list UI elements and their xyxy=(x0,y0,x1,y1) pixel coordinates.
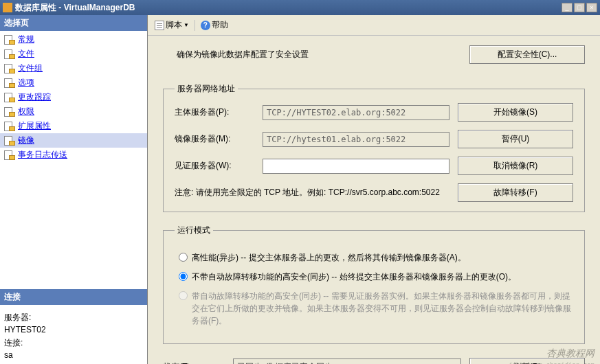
configure-security-button[interactable]: 配置安全性(C)... xyxy=(469,45,585,64)
status-value: 已同步: 数据库已完全同步 xyxy=(233,359,461,364)
mode-auto-failover-radio xyxy=(179,291,188,300)
mode-fieldset: 运行模式 高性能(异步) -- 提交主体服务器上的更改，然后将其传输到镜像服务器… xyxy=(163,225,585,344)
mode-high-perf-row[interactable]: 高性能(异步) -- 提交主体服务器上的更改，然后将其传输到镜像服务器(A)。 xyxy=(175,251,573,264)
close-button[interactable]: × xyxy=(586,3,597,12)
help-icon: ? xyxy=(201,21,210,30)
script-button[interactable]: 脚本 ▼ xyxy=(153,18,190,32)
page-icon xyxy=(4,64,15,73)
mode-legend: 运行模式 xyxy=(175,225,213,236)
sidebar-item-logshipping[interactable]: 事务日志传送 xyxy=(0,148,147,162)
refresh-button[interactable]: 刷新(R) xyxy=(469,358,585,364)
page-icon xyxy=(4,136,15,146)
sidebar-item-general[interactable]: 常规 xyxy=(0,32,147,47)
cancel-mirror-button[interactable]: 取消镜像(R) xyxy=(458,157,573,175)
status-label: 状态(T): xyxy=(163,361,225,364)
mirror-label: 镜像服务器(M): xyxy=(175,133,254,145)
sidebar-item-extended[interactable]: 扩展属性 xyxy=(0,119,147,133)
mode-no-failover-label: 不带自动故障转移功能的高安全(同步) -- 始终提交主体服务器和镜像服务器上的更… xyxy=(192,271,573,283)
witness-label: 见证服务器(W): xyxy=(175,160,254,172)
security-note: 确保为镜像此数据库配置了安全设置 xyxy=(177,49,309,60)
page-icon xyxy=(4,49,15,59)
mode-auto-failover-label: 带自动故障转移功能的高安全(同步) -- 需要见证服务器实例。如果主体服务器和镜… xyxy=(192,290,573,327)
network-fieldset: 服务器网络地址 主体服务器(P): 开始镜像(S) 镜像服务器(M): 暂停(U… xyxy=(163,83,585,212)
mode-no-failover-radio[interactable] xyxy=(179,272,188,281)
connection-header: 连接 xyxy=(0,289,147,305)
titlebar: 数据库属性 - VirtualManagerDB _ □ × xyxy=(0,0,600,15)
help-button[interactable]: ? 帮助 xyxy=(199,18,230,32)
database-icon xyxy=(3,3,12,12)
mirror-input[interactable] xyxy=(263,132,449,147)
page-icon xyxy=(4,78,15,88)
network-legend: 服务器网络地址 xyxy=(175,83,238,95)
mode-auto-failover-row: 带自动故障转移功能的高安全(同步) -- 需要见证服务器实例。如果主体服务器和镜… xyxy=(175,290,573,327)
page-icon xyxy=(4,93,15,102)
server-label: 服务器: xyxy=(4,312,143,323)
principal-label: 主体服务器(P): xyxy=(175,106,254,118)
sidebar-item-mirroring[interactable]: 镜像 xyxy=(0,133,147,148)
mode-high-perf-label: 高性能(异步) -- 提交主体服务器上的更改，然后将其传输到镜像服务器(A)。 xyxy=(192,251,573,264)
principal-input[interactable] xyxy=(263,105,449,120)
sidebar-item-changetracking[interactable]: 更改跟踪 xyxy=(0,90,147,104)
toolbar-separator xyxy=(195,20,195,31)
page-icon xyxy=(4,107,15,117)
sidebar-item-filegroups[interactable]: 文件组 xyxy=(0,61,147,76)
sidebar-item-permissions[interactable]: 权限 xyxy=(0,104,147,119)
sidebar-header: 选择页 xyxy=(0,15,147,31)
chevron-down-icon: ▼ xyxy=(184,22,189,28)
conn-label: 连接: xyxy=(4,337,143,349)
start-mirror-button[interactable]: 开始镜像(S) xyxy=(458,103,573,122)
content-body: 确保为镜像此数据库配置了安全设置 配置安全性(C)... 服务器网络地址 主体服… xyxy=(148,36,600,364)
tcp-note: 注意: 请使用完全限定的 TCP 地址。例如: TCP://svr5.corp.… xyxy=(175,187,449,198)
content: 脚本 ▼ ? 帮助 确保为镜像此数据库配置了安全设置 配置安全性(C)... 服… xyxy=(148,15,600,364)
page-icon xyxy=(4,35,15,45)
page-icon xyxy=(4,150,15,160)
maximize-button[interactable]: □ xyxy=(574,3,585,12)
mode-high-perf-radio[interactable] xyxy=(179,253,188,262)
window-controls: _ □ × xyxy=(562,3,597,12)
sidebar-item-options[interactable]: 选项 xyxy=(0,76,147,90)
page-icon xyxy=(4,122,15,131)
toolbar: 脚本 ▼ ? 帮助 xyxy=(148,15,600,36)
conn-value: sa xyxy=(4,350,143,360)
mode-no-failover-row[interactable]: 不带自动故障转移功能的高安全(同步) -- 始终提交主体服务器和镜像服务器上的更… xyxy=(175,271,573,283)
witness-input[interactable] xyxy=(263,159,449,174)
server-value: HYTEST02 xyxy=(4,325,143,334)
sidebar-item-files[interactable]: 文件 xyxy=(0,47,147,61)
script-icon xyxy=(155,21,164,30)
window-title: 数据库属性 - VirtualManagerDB xyxy=(15,2,562,14)
pause-button[interactable]: 暂停(U) xyxy=(458,130,573,148)
connection-panel: 服务器: HYTEST02 连接: sa xyxy=(0,305,147,364)
failover-button[interactable]: 故障转移(F) xyxy=(458,183,573,202)
sidebar-list: 常规 文件 文件组 选项 更改跟踪 权限 扩展属性 镜像 事务日志传送 xyxy=(0,31,147,289)
minimize-button[interactable]: _ xyxy=(562,3,573,12)
sidebar: 选择页 常规 文件 文件组 选项 更改跟踪 权限 扩展属性 镜像 事务日志传送 … xyxy=(0,15,148,364)
